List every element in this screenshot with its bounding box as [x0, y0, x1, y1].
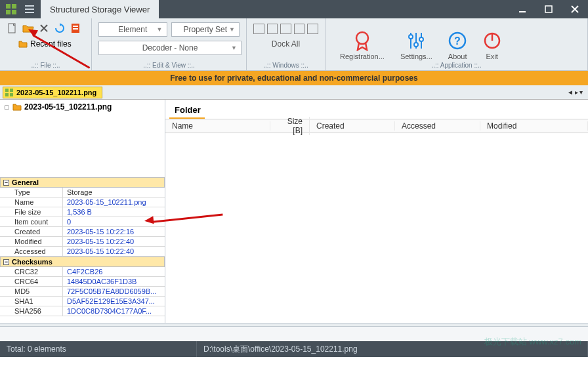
prop-value: C4F2CB26 [63, 267, 165, 276]
prop-value: 1DC0C8D7304C177A0F... [63, 306, 165, 316]
svg-point-23 [419, 37, 423, 41]
group-label-file: ..:: File ::.. [0, 62, 91, 69]
prop-row: Created2023-05-15 10:22:16 [0, 227, 165, 237]
svg-rect-28 [5, 89, 9, 92]
file-tree[interactable]: ▢ 2023-05-15_102211.png [0, 100, 165, 177]
panel-title: Folder [169, 102, 205, 119]
bottom-pane [0, 327, 588, 341]
puzzle-icon [5, 88, 14, 97]
prop-row: Item count0 [0, 217, 165, 227]
prop-value: 72F5C05B7EA8DD6059B... [63, 287, 165, 296]
hamburger-icon[interactable] [22, 5, 37, 13]
section-checksums[interactable]: −Checksums [0, 257, 165, 267]
prop-row: CRC32C4F2CB26 [0, 267, 165, 277]
right-pane: Folder Name Size [B] Created Accessed Mo… [165, 100, 588, 323]
group-label-edit: ..:: Edit & View ::.. [92, 62, 246, 69]
svg-rect-0 [6, 4, 10, 9]
prop-key: Modified [0, 237, 63, 246]
column-headers: Name Size [B] Created Accessed Modified [165, 119, 588, 133]
ribbon-toolbar: Recent files ..:: File ::.. Element▼ Pro… [0, 18, 588, 71]
svg-rect-1 [12, 4, 16, 9]
tree-root-label: 2023-05-15_102211.png [24, 102, 112, 112]
power-icon [483, 30, 501, 51]
refresh-icon[interactable] [54, 22, 66, 34]
new-file-icon[interactable] [7, 22, 18, 34]
prop-key: Accessed [0, 247, 63, 256]
close-button[interactable] [562, 0, 588, 18]
prop-row: TypeStorage [0, 188, 165, 197]
section-general[interactable]: −General [0, 177, 165, 188]
tab-menu-icon[interactable]: ▾ [579, 89, 583, 96]
prop-value: D5AF52E129E15E3A347... [63, 297, 165, 306]
dock-layout-2-icon[interactable] [267, 24, 278, 34]
folder-icon [18, 40, 28, 48]
ribbon-award-icon [353, 30, 371, 51]
svg-rect-3 [12, 10, 16, 14]
svg-text:?: ? [454, 35, 461, 47]
prop-value: 2023-05-15_102211.png [63, 197, 165, 207]
dock-layout-1-icon[interactable] [253, 24, 264, 34]
element-dropdown[interactable]: Element▼ [98, 22, 167, 37]
prop-value: 2023-05-15 10:22:40 [63, 247, 165, 256]
col-created[interactable]: Created [310, 121, 395, 131]
close-file-icon[interactable] [38, 22, 50, 34]
col-modified[interactable]: Modified [480, 121, 588, 131]
window-title: Structured Storage Viewer [41, 0, 159, 18]
svg-rect-8 [545, 6, 552, 12]
prop-key: File size [0, 207, 63, 217]
prop-value: 14845D0AC36F1D3B [63, 277, 165, 286]
propertyset-dropdown[interactable]: Property Set▼ [171, 22, 240, 37]
col-size[interactable]: Size [B] [270, 117, 310, 135]
properties-panel: −General TypeStorageName2023-05-15_10221… [0, 177, 165, 323]
prop-key: SHA256 [0, 306, 63, 316]
prop-key: Name [0, 197, 63, 207]
prop-value: Storage [63, 188, 165, 197]
main-area: ▢ 2023-05-15_102211.png −General TypeSto… [0, 100, 588, 323]
prop-row: File size1,536 B [0, 207, 165, 217]
minimize-button[interactable] [509, 0, 536, 18]
file-tab[interactable]: 2023-05-15_102211.png [3, 87, 102, 98]
prop-key: Type [0, 188, 63, 197]
dock-all-button[interactable]: Dock All [253, 39, 318, 49]
svg-point-19 [409, 35, 413, 39]
dock-layout-4-icon[interactable] [294, 24, 305, 34]
folder-icon [12, 103, 22, 111]
decoder-dropdown[interactable]: Decoder - None▼ [98, 41, 242, 55]
dock-layout-5-icon[interactable] [307, 24, 318, 34]
svg-rect-15 [73, 26, 78, 27]
svg-rect-2 [6, 10, 10, 14]
help-icon: ? [448, 30, 467, 51]
group-label-windows: ..:: Windows ::.. [247, 62, 325, 69]
prop-key: CRC64 [0, 277, 63, 286]
titlebar: Structured Storage Viewer [0, 0, 588, 18]
svg-rect-31 [10, 93, 13, 96]
prop-key: MD5 [0, 287, 63, 296]
col-accessed[interactable]: Accessed [395, 121, 480, 131]
maximize-button[interactable] [536, 0, 562, 18]
prop-value: 1,536 B [63, 207, 165, 217]
prop-row: Name2023-05-15_102211.png [0, 197, 165, 207]
prop-row: Modified2023-05-15 10:22:40 [0, 237, 165, 247]
file-tab-strip: 2023-05-15_102211.png ◄ ▸ ▾ [0, 85, 588, 100]
prop-key: CRC32 [0, 267, 63, 276]
dock-layout-3-icon[interactable] [280, 24, 291, 34]
tab-prev-icon[interactable]: ◄ [567, 89, 574, 96]
col-name[interactable]: Name [165, 121, 270, 131]
prop-row: Accessed2023-05-15 10:22:40 [0, 247, 165, 257]
prop-key: Created [0, 227, 63, 236]
tree-root-item[interactable]: ▢ 2023-05-15_102211.png [4, 102, 161, 112]
prop-row: MD572F5C05B7EA8DD6059B... [0, 287, 165, 297]
prop-key: Item count [0, 217, 63, 226]
tab-next-icon[interactable]: ▸ [575, 89, 578, 96]
prop-value: 2023-05-15 10:22:16 [63, 227, 165, 236]
svg-rect-29 [10, 89, 13, 92]
prop-row: SHA1D5AF52E129E15E3A347... [0, 297, 165, 306]
prop-row: CRC6414845D0AC36F1D3B [0, 277, 165, 287]
trial-banner: Free to use for private, educational and… [0, 71, 588, 85]
office-icon[interactable] [70, 22, 81, 34]
status-total: Total: 0 elements [0, 341, 197, 357]
collapse-icon[interactable]: ▢ [4, 104, 10, 110]
app-logo-icon [3, 3, 20, 16]
prop-value: 2023-05-15 10:22:40 [63, 237, 165, 246]
svg-rect-16 [73, 28, 78, 30]
